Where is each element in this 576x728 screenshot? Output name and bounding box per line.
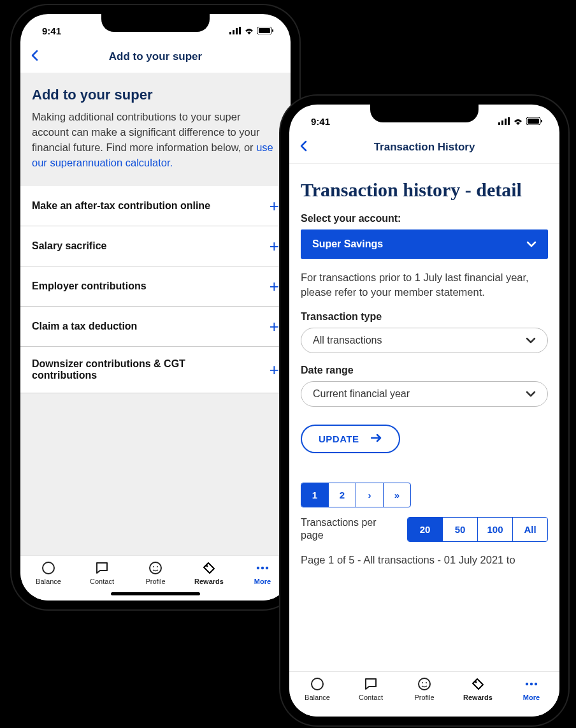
date-range-label: Date range <box>301 365 548 376</box>
svg-rect-1 <box>233 30 234 34</box>
accordion-after-tax[interactable]: Make an after-tax contribution online + <box>20 186 291 226</box>
svg-point-29 <box>535 683 537 685</box>
status-time: 9:41 <box>42 25 61 36</box>
tab-rewards[interactable]: Rewards <box>455 677 501 701</box>
tab-more[interactable]: More <box>240 561 285 585</box>
circle-icon <box>310 677 324 691</box>
pager-next[interactable]: › <box>356 483 384 507</box>
svg-rect-20 <box>528 119 539 124</box>
svg-rect-15 <box>498 122 500 125</box>
page-title: Add to your super <box>20 50 291 63</box>
empty-fill <box>20 393 291 555</box>
tab-label: Rewards <box>463 694 493 701</box>
svg-point-13 <box>261 567 264 569</box>
tag-icon <box>471 677 485 691</box>
plus-icon: + <box>270 198 279 214</box>
content-area: Add to your super Making additional cont… <box>20 73 291 555</box>
accordion-downsizer[interactable]: Downsizer contributions & CGT contributi… <box>20 347 291 393</box>
pager-page-2[interactable]: 2 <box>329 483 356 507</box>
accordion-label: Salary sacrifice <box>32 240 106 252</box>
perpage-50[interactable]: 50 <box>443 518 478 541</box>
signal-icon <box>498 116 510 127</box>
phone-mockup-right: 9:41 Transaction History Transaction his… <box>280 96 568 725</box>
svg-point-25 <box>426 682 427 683</box>
detail-heading: Transaction history - detail <box>301 179 548 201</box>
tab-label: Profile <box>145 578 165 585</box>
tab-contact[interactable]: Contact <box>79 561 125 585</box>
tab-profile[interactable]: Profile <box>133 561 178 585</box>
svg-rect-18 <box>508 117 510 125</box>
svg-rect-0 <box>229 32 231 34</box>
accordion-tax-deduction[interactable]: Claim a tax deduction + <box>20 307 291 347</box>
tab-more[interactable]: More <box>508 677 554 701</box>
svg-rect-3 <box>239 27 241 34</box>
svg-point-7 <box>43 562 54 574</box>
circle-icon <box>41 561 55 575</box>
svg-rect-6 <box>272 29 273 32</box>
nav-header: Add to your super <box>20 42 291 73</box>
update-label: UPDATE <box>319 433 359 444</box>
pager-last[interactable]: » <box>384 483 410 507</box>
perpage-20[interactable]: 20 <box>408 518 443 541</box>
pager-group: 1 2 › » <box>301 483 411 507</box>
date-range-value: Current financial year <box>313 388 410 400</box>
perpage-100[interactable]: 100 <box>478 518 513 541</box>
back-button[interactable] <box>299 139 315 156</box>
chevron-down-icon <box>526 238 536 250</box>
plus-icon: + <box>270 361 279 378</box>
svg-point-23 <box>419 678 430 690</box>
tab-label: Balance <box>36 578 61 585</box>
status-icons <box>498 116 543 127</box>
plus-icon: + <box>270 278 279 295</box>
svg-point-10 <box>157 566 158 567</box>
status-time: 9:41 <box>311 116 330 127</box>
svg-point-8 <box>150 562 161 574</box>
device-notch <box>370 105 479 122</box>
account-select-label: Select your account: <box>301 213 548 224</box>
chat-icon <box>364 677 378 691</box>
accordion-salary-sacrifice[interactable]: Salary sacrifice + <box>20 226 291 266</box>
tab-balance[interactable]: Balance <box>294 677 340 701</box>
svg-rect-17 <box>505 119 507 125</box>
per-page-row: Transactions per page 20 50 100 All <box>301 516 548 543</box>
svg-rect-5 <box>259 28 270 33</box>
device-notch <box>101 14 210 32</box>
svg-point-28 <box>530 683 533 685</box>
svg-point-27 <box>526 683 528 685</box>
accordion-employer[interactable]: Employer contributions + <box>20 266 291 307</box>
tab-label: More <box>254 578 271 585</box>
intro-block: Add to your super Making additional cont… <box>20 73 291 186</box>
page-summary: Page 1 of 5 - All transactions - 01 July… <box>301 554 548 566</box>
pager: 1 2 › » <box>301 483 548 507</box>
perpage-all[interactable]: All <box>513 518 547 541</box>
nav-header: Transaction History <box>289 133 559 164</box>
tab-profile[interactable]: Profile <box>401 677 447 701</box>
svg-point-26 <box>475 681 477 683</box>
accordion-label: Employer contributions <box>32 280 147 292</box>
svg-point-11 <box>206 565 208 567</box>
chevron-down-icon <box>526 388 536 400</box>
arrow-right-icon <box>371 433 382 444</box>
date-range-select[interactable]: Current financial year <box>301 381 548 407</box>
tab-rewards[interactable]: Rewards <box>186 561 232 585</box>
intro-heading: Add to your super <box>32 87 279 103</box>
face-icon <box>148 561 162 575</box>
account-select[interactable]: Super Savings <box>301 229 548 259</box>
tab-balance[interactable]: Balance <box>25 561 71 585</box>
svg-rect-16 <box>501 120 503 125</box>
helper-text: For transactions prior to 1 July last fi… <box>301 270 548 300</box>
chat-icon <box>95 561 109 575</box>
txn-type-select[interactable]: All transactions <box>301 328 548 353</box>
pager-page-1[interactable]: 1 <box>301 483 329 507</box>
battery-icon <box>257 25 274 36</box>
dots-icon <box>524 677 538 691</box>
update-button[interactable]: UPDATE <box>301 425 400 453</box>
back-button[interactable] <box>31 48 46 65</box>
txn-type-value: All transactions <box>313 335 382 346</box>
chevron-down-icon <box>526 335 536 346</box>
tab-label: Contact <box>359 694 383 701</box>
plus-icon: + <box>270 318 279 335</box>
tab-contact[interactable]: Contact <box>348 677 394 701</box>
dots-icon <box>256 561 270 575</box>
battery-icon <box>526 116 543 127</box>
